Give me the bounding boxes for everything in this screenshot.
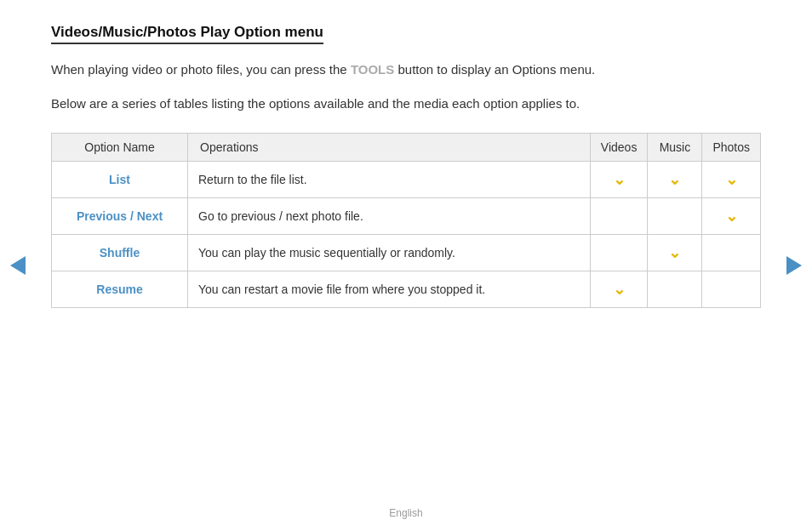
option-name-cell: List [52,162,188,198]
main-content: Videos/Music/Photos Play Option menu Whe… [51,0,761,308]
operations-cell: You can play the music sequentially or r… [188,235,591,271]
music-check-cell [648,271,702,308]
header-music: Music [648,134,702,162]
videos-check-cell [590,198,648,235]
next-arrow[interactable] [785,256,803,275]
table-row: ResumeYou can restart a movie file from … [52,271,761,308]
left-arrow-icon [10,256,26,275]
sub-paragraph: Below are a series of tables listing the… [51,94,761,114]
music-check-cell: ⌄ [648,235,702,271]
intro-paragraph: When playing video or photo files, you c… [51,60,761,80]
table-row: Previous / NextGo to previous / next pho… [52,198,761,235]
operations-cell: You can restart a movie file from where … [188,271,591,308]
photos-check-cell [702,271,761,308]
right-arrow-icon [786,256,802,275]
photos-check-cell [702,235,761,271]
table-header-row: Option Name Operations Videos Music Phot… [52,134,761,162]
music-check-cell [648,198,702,235]
operations-cell: Return to the file list. [188,162,591,198]
options-table: Option Name Operations Videos Music Phot… [51,133,761,308]
table-row: ListReturn to the file list.⌄⌄⌄ [52,162,761,198]
photos-checkmark-icon: ⌄ [725,208,738,225]
header-operations: Operations [188,134,591,162]
videos-check-cell: ⌄ [590,162,648,198]
option-name-cell: Shuffle [52,235,188,271]
header-videos: Videos [590,134,648,162]
photos-check-cell: ⌄ [702,198,761,235]
previous-arrow[interactable] [9,256,27,275]
music-checkmark-icon: ⌄ [668,244,681,261]
intro-text-before: When playing video or photo files, you c… [51,62,351,77]
page-title: Videos/Music/Photos Play Option menu [51,24,323,44]
videos-checkmark-icon: ⌄ [613,171,626,188]
intro-text-after: button to display an Options menu. [394,62,595,77]
header-option-name: Option Name [52,134,188,162]
music-checkmark-icon: ⌄ [668,171,681,188]
photos-checkmark-icon: ⌄ [725,171,738,188]
videos-checkmark-icon: ⌄ [613,281,626,298]
table-row: ShuffleYou can play the music sequential… [52,235,761,271]
footer: English [0,507,812,519]
videos-check-cell: ⌄ [590,271,648,308]
music-check-cell: ⌄ [648,162,702,198]
option-name-cell: Resume [52,271,188,308]
header-photos: Photos [702,134,761,162]
photos-check-cell: ⌄ [702,162,761,198]
operations-cell: Go to previous / next photo file. [188,198,591,235]
option-name-cell: Previous / Next [52,198,188,235]
videos-check-cell [590,235,648,271]
tools-highlight: TOOLS [351,62,394,77]
